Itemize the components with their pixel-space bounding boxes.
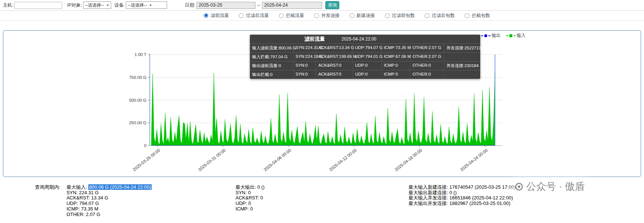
summary-stat-line: 最大输入新建连接: 176740547 (2025-03-25 17:00) bbox=[408, 185, 516, 190]
tooltip-cell: ICMP:67.06 M bbox=[382, 53, 410, 61]
radio-button-icon[interactable] bbox=[385, 13, 390, 18]
ip-object-label: IP对象: bbox=[67, 2, 82, 8]
y-axis-label: 750.00 G bbox=[129, 75, 146, 80]
date-range-separator: -- bbox=[257, 3, 260, 8]
tooltip-cell: UDP:0 bbox=[353, 62, 382, 70]
tooltip-cell: OTHER:2.07 G bbox=[410, 44, 444, 52]
radio-button-icon[interactable] bbox=[425, 13, 429, 18]
date-from-value: 2025-03-25 bbox=[199, 3, 222, 8]
input-series-area bbox=[151, 73, 495, 146]
date-to-value: 2025-04-24 bbox=[264, 3, 288, 8]
tooltip-header: 滤前流量 2025-04-24 22:00 bbox=[250, 35, 480, 43]
period-label: 查询周期内: bbox=[35, 185, 60, 217]
radio-button-icon[interactable] bbox=[239, 13, 244, 18]
device-select[interactable]: --请选择-- ▼ bbox=[126, 1, 167, 9]
tooltip-cell: ACK&RST:0 bbox=[316, 70, 353, 79]
max-input-line: 最大输入: 800.06 G (2025-04-24 22:00) bbox=[67, 185, 152, 190]
ip-object-select[interactable]: --请选择-- ▼ bbox=[83, 1, 111, 9]
tooltip-cell: ACK&RST:13.34 G bbox=[316, 44, 353, 52]
x-axis-label: 2025-04-06 00:00 bbox=[263, 148, 292, 172]
radio-button-icon[interactable] bbox=[204, 13, 208, 18]
legend-output-label: 输出 bbox=[492, 32, 500, 39]
date-from-input[interactable]: 2025-03-25 bbox=[197, 2, 255, 9]
tooltip-cell: SYN:224.18 G bbox=[293, 53, 316, 61]
y-axis-label: 250.00 G bbox=[129, 121, 146, 125]
tooltip-cell: 输入拦截:797.04 G bbox=[250, 53, 293, 61]
radio-过滤前包数[interactable]: 过滤前包数 bbox=[385, 13, 415, 19]
watermark-logo-icon bbox=[515, 183, 523, 191]
host-label: 主机: bbox=[3, 2, 13, 8]
tooltip-cell: 输出滤前流量:0 bbox=[250, 62, 293, 70]
tooltip-timestamp: 2025-04-24 22:00 bbox=[342, 36, 376, 42]
radio-拦截包数[interactable]: 拦截包数 bbox=[465, 13, 490, 19]
host-input[interactable] bbox=[14, 2, 62, 9]
max-input-label: 最大输入: bbox=[67, 184, 87, 190]
legend-output-dash-icon bbox=[488, 35, 491, 36]
legend-item-output[interactable]: 输出 bbox=[481, 32, 500, 39]
tooltip-cell: UDP:0 bbox=[353, 70, 382, 79]
tooltip-cell: ICMP:0 bbox=[382, 62, 410, 70]
radio-label: 并发连接 bbox=[321, 13, 340, 19]
legend-item-input[interactable]: 输入 bbox=[506, 32, 526, 39]
radio-过滤后流量[interactable]: 过滤后流量 bbox=[239, 13, 269, 19]
legend-output-circle-icon bbox=[484, 34, 487, 37]
legend-input-square-icon bbox=[509, 34, 512, 37]
device-select-value: --请选择-- bbox=[128, 2, 147, 8]
y-axis-label: 1.00 T bbox=[135, 52, 146, 57]
radio-label: 拦截流量 bbox=[286, 13, 304, 19]
summary-left-lines: 最大输入: 800.06 G (2025-04-24 22:00) SYN: 2… bbox=[67, 185, 152, 217]
tooltip-row: 输入拦截:797.04 GSYN:224.18 GACK&RST:199.65 … bbox=[250, 52, 480, 61]
tooltip-cell: 并发连接:2522713 bbox=[444, 44, 480, 52]
watermark: 公众号 · 傲盾 bbox=[512, 179, 588, 194]
radio-新建连接[interactable]: 新建连接 bbox=[350, 13, 375, 19]
radio-button-icon[interactable] bbox=[350, 13, 354, 18]
radio-过滤后包数[interactable]: 过滤后包数 bbox=[425, 13, 455, 19]
summary-stat-line: ACK&RST: 13.34 G bbox=[67, 195, 152, 201]
radio-label: 过滤前包数 bbox=[392, 13, 415, 19]
tooltip-title: 滤前流量 bbox=[304, 36, 325, 42]
radio-button-icon[interactable] bbox=[279, 13, 284, 18]
summary-stat-line: SYN: 0 bbox=[236, 190, 265, 196]
summary-stat-line: 最大输出并发连接: 1882967 (2025-03-25 01:00) bbox=[408, 201, 516, 206]
watermark-text: 公众号 · 傲盾 bbox=[526, 180, 585, 193]
tooltip-row: 输出滤前流量:0SYN:0ACK&RST:0UDP:0ICMP:0OTHER:0… bbox=[250, 61, 480, 70]
radio-并发连接[interactable]: 并发连接 bbox=[314, 13, 340, 19]
tooltip-row: 输出拦截:0SYN:0ACK&RST:0UDP:0ICMP:0OTHER:0 bbox=[250, 70, 480, 79]
chart-tooltip: 滤前流量 2025-04-24 22:00 输入滤前流量:800.06 GSYN… bbox=[250, 35, 480, 79]
radio-button-icon[interactable] bbox=[314, 13, 319, 18]
radio-滤前流量[interactable]: 滤前流量 bbox=[204, 13, 229, 19]
legend-input-dash-icon bbox=[506, 35, 508, 36]
query-form-bar: 主机: IP对象: --请选择-- ▼ 设备: --请选择-- ▼ 日期: 20… bbox=[0, 0, 644, 11]
traffic-chart-panel: 1.00 T750.00 G500.00 G250.00 G02025-03-2… bbox=[3, 30, 641, 177]
tooltip-row: 输入滤前流量:800.06 GSYN:224.31 GACK&RST:13.34… bbox=[250, 43, 480, 52]
tooltip-cell: ACK&RST:0 bbox=[316, 62, 353, 70]
legend-input-label: 输入 bbox=[517, 32, 526, 39]
tooltip-cell bbox=[444, 53, 480, 61]
summary-left-detail: SYN: 224.31 GACK&RST: 13.34 GUDP: 794.07… bbox=[67, 190, 152, 217]
radio-button-icon[interactable] bbox=[465, 13, 470, 18]
tooltip-cell: UDP:794.07 G bbox=[353, 44, 382, 52]
x-axis-label: 2025-03-25 00:00 bbox=[132, 148, 161, 172]
radio-label: 拦截包数 bbox=[472, 13, 490, 19]
tooltip-cell: ICMP:73.35 M bbox=[382, 44, 410, 52]
summary-stat-line: UDP: 794.07 G bbox=[67, 201, 152, 206]
y-axis-label: 500.00 G bbox=[129, 98, 146, 102]
tooltip-cell: SYN:224.31 G bbox=[293, 44, 316, 52]
radio-拦截流量[interactable]: 拦截流量 bbox=[279, 13, 304, 19]
tooltip-body: 输入滤前流量:800.06 GSYN:224.31 GACK&RST:13.34… bbox=[250, 43, 480, 79]
x-axis-label: 2025-04-18 00:00 bbox=[394, 148, 423, 172]
metric-radio-group: 滤前流量过滤后流量拦截流量并发连接新建连接过滤前包数过滤后包数拦截包数 bbox=[0, 11, 644, 21]
chevron-down-icon: ▼ bbox=[149, 4, 152, 7]
tooltip-cell: OTHER:0 bbox=[410, 70, 444, 79]
query-button[interactable]: 查询 bbox=[325, 1, 339, 9]
tooltip-cell: 输出拦截:0 bbox=[250, 70, 293, 79]
tooltip-cell: 并发连接:230184 bbox=[444, 62, 480, 70]
radio-label: 过滤后流量 bbox=[246, 13, 269, 19]
summary-right-column: 最大输入新建连接: 176740547 (2025-03-25 17:00)最大… bbox=[408, 185, 516, 206]
tooltip-cell: ACK&RST:199.65 M bbox=[316, 53, 353, 61]
date-to-input[interactable]: 2025-04-24 bbox=[262, 2, 322, 9]
summary-stat-line: 最大输入并发连接: 16651846 (2025-04-12 22:00) bbox=[408, 195, 516, 201]
chart-legend: 输出 输入 bbox=[481, 32, 526, 39]
summary-stat-line: ICMP: 0 bbox=[236, 206, 265, 212]
summary-stat-line: 最大输出: 0 () bbox=[236, 185, 265, 190]
